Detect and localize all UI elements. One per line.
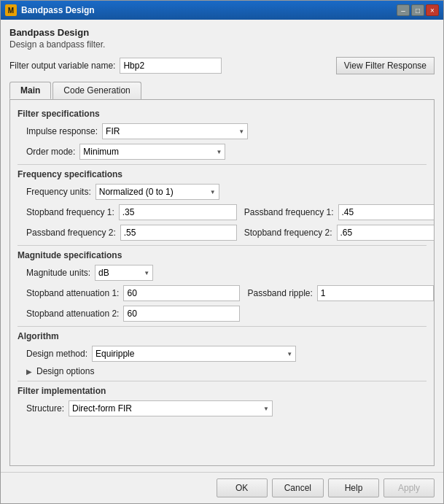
- magnitude-specs-header: Magnitude specifications: [17, 250, 427, 260]
- passband-ripple-input[interactable]: [317, 285, 434, 301]
- passband-freq1-item: Passband frequency 1:: [244, 204, 435, 220]
- bottom-bar: OK Cancel Help Apply: [1, 472, 443, 503]
- mag-units-label: Magnitude units:: [26, 268, 90, 278]
- structure-label: Structure:: [26, 403, 64, 414]
- passband-freq1-input[interactable]: [338, 204, 435, 220]
- stopband-freq1-label: Stopband frequency 1:: [26, 207, 114, 217]
- structure-select-wrapper: Direct-form FIR Direct-form FIR transpos…: [69, 400, 273, 416]
- ok-button[interactable]: OK: [217, 478, 268, 497]
- magnitude-inputs-grid: Stopband attenuation 1: Passband ripple:…: [26, 285, 427, 322]
- passband-freq1-label: Passband frequency 1:: [244, 207, 334, 217]
- impulse-response-label: Impulse response:: [26, 126, 98, 136]
- mag-units-select-wrapper: dB Linear: [95, 265, 153, 281]
- passband-freq2-item: Passband frequency 2:: [26, 225, 237, 241]
- filter-output-row: Filter output variable name: View Filter…: [9, 57, 435, 74]
- design-method-select-wrapper: Equiripple Least-squares Parks-McClellan: [92, 346, 296, 362]
- design-method-row: Design method: Equiripple Least-squares …: [26, 346, 427, 362]
- filter-specs-header: Filter specifications: [17, 109, 427, 119]
- stopband-att1-input[interactable]: [123, 285, 240, 301]
- passband-freq2-label: Passband frequency 2:: [26, 228, 116, 238]
- impulse-response-row: Impulse response: FIR IIR: [26, 123, 427, 139]
- passband-freq2-input[interactable]: [120, 225, 237, 241]
- filter-output-label: Filter output variable name:: [9, 61, 115, 71]
- design-options-row[interactable]: ▶ Design options: [26, 366, 427, 376]
- close-button[interactable]: ×: [426, 4, 439, 16]
- structure-row: Structure: Direct-form FIR Direct-form F…: [26, 400, 427, 416]
- title-bar: M Bandpass Design – □ ×: [1, 1, 443, 20]
- filter-output-input[interactable]: [120, 58, 222, 74]
- order-mode-label: Order mode:: [26, 147, 75, 157]
- stopband-att1-item: Stopband attenuation 1:: [26, 285, 240, 301]
- help-button[interactable]: Help: [328, 478, 379, 497]
- frequency-inputs-grid: Stopband frequency 1: Passband frequency…: [26, 204, 427, 241]
- stopband-freq2-input[interactable]: [337, 225, 435, 241]
- apply-button[interactable]: Apply: [383, 478, 435, 497]
- maximize-button[interactable]: □: [411, 4, 424, 16]
- freq-units-label: Frequency units:: [26, 187, 91, 197]
- stopband-freq2-label: Stopband frequency 2:: [244, 228, 332, 238]
- frequency-specs-header: Frequency specifications: [17, 169, 427, 179]
- cancel-button[interactable]: Cancel: [272, 478, 324, 497]
- stopband-att2-item: Stopband attenuation 2:: [26, 306, 240, 322]
- stopband-freq2-item: Stopband frequency 2:: [244, 225, 435, 241]
- design-options-label: Design options: [36, 366, 94, 376]
- algorithm-header: Algorithm: [17, 331, 427, 341]
- passband-ripple-label: Passband ripple:: [247, 288, 312, 298]
- freq-units-row: Frequency units: Normalized (0 to 1) Hz …: [26, 184, 427, 200]
- tabs-row: Main Code Generation: [9, 82, 435, 100]
- mag-units-row: Magnitude units: dB Linear: [26, 265, 427, 281]
- triangle-icon: ▶: [26, 368, 32, 376]
- minimize-button[interactable]: –: [397, 4, 410, 16]
- order-mode-select-wrapper: Minimum Specify order: [79, 144, 225, 160]
- window-controls: – □ ×: [397, 4, 439, 16]
- view-filter-button[interactable]: View Filter Response: [336, 57, 435, 74]
- mag-units-select[interactable]: dB Linear: [95, 265, 153, 281]
- page-description: Design a bandpass filter.: [9, 39, 435, 50]
- design-method-label: Design method:: [26, 349, 87, 359]
- freq-units-select[interactable]: Normalized (0 to 1) Hz kHz MHz GHz: [96, 184, 219, 200]
- stopband-freq1-item: Stopband frequency 1:: [26, 204, 237, 220]
- window-content: Bandpass Design Design a bandpass filter…: [1, 20, 443, 472]
- passband-ripple-item: Passband ripple:: [247, 285, 433, 301]
- structure-select[interactable]: Direct-form FIR Direct-form FIR transpos…: [69, 400, 273, 416]
- main-content-area: Filter specifications Impulse response: …: [9, 100, 435, 466]
- window-title: Bandpass Design: [21, 5, 95, 15]
- impulse-response-select[interactable]: FIR IIR: [102, 123, 248, 139]
- stopband-att1-label: Stopband attenuation 1:: [26, 288, 119, 298]
- impulse-response-select-wrapper: FIR IIR: [102, 123, 248, 139]
- tab-code-generation[interactable]: Code Generation: [52, 82, 141, 99]
- order-mode-select[interactable]: Minimum Specify order: [79, 144, 225, 160]
- stopband-att2-input[interactable]: [123, 306, 240, 322]
- stopband-freq1-input[interactable]: [119, 204, 237, 220]
- app-icon: M: [5, 4, 17, 16]
- tab-main[interactable]: Main: [9, 82, 51, 99]
- design-method-select[interactable]: Equiripple Least-squares Parks-McClellan: [92, 346, 296, 362]
- main-window: M Bandpass Design – □ × Bandpass Design …: [0, 0, 444, 504]
- filter-impl-header: Filter implementation: [17, 386, 427, 396]
- order-mode-row: Order mode: Minimum Specify order: [26, 144, 427, 160]
- stopband-att2-label: Stopband attenuation 2:: [26, 309, 119, 319]
- page-title: Bandpass Design: [9, 27, 435, 38]
- freq-units-select-wrapper: Normalized (0 to 1) Hz kHz MHz GHz: [96, 184, 219, 200]
